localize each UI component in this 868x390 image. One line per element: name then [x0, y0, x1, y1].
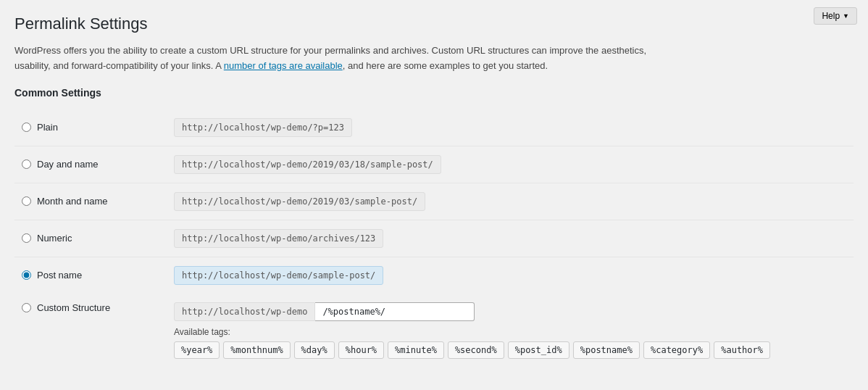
radio-month_name[interactable]: [22, 196, 31, 206]
url-display-month_name: http://localhost/wp-demo/2019/03/sample-…: [174, 192, 425, 211]
page-wrapper: Help ▼ Permalink Settings WordPress offe…: [0, 0, 868, 390]
page-description: WordPress offers you the ability to crea…: [14, 43, 667, 74]
radio-label-month_name[interactable]: Month and name: [22, 196, 159, 207]
available-tags-label: Available tags:: [174, 327, 846, 337]
option-row-plain: Plainhttp://localhost/wp-demo/?p=123: [14, 109, 854, 146]
option-row-day_name: Day and namehttp://localhost/wp-demo/201…: [14, 146, 854, 183]
tag-button[interactable]: %hour%: [338, 341, 384, 359]
tag-button[interactable]: %second%: [448, 341, 504, 359]
tag-button[interactable]: %category%: [643, 341, 710, 359]
tag-button[interactable]: %minute%: [388, 341, 444, 359]
radio-label-text-plain: Plain: [37, 122, 58, 133]
url-display-day_name: http://localhost/wp-demo/2019/03/18/samp…: [174, 155, 441, 174]
radio-label-text-numeric: Numeric: [37, 233, 72, 244]
tags-list: %year%%monthnum%%day%%hour%%minute%%seco…: [174, 341, 846, 359]
radio-label-post_name[interactable]: Post name: [22, 270, 159, 281]
radio-label-day_name[interactable]: Day and name: [22, 159, 159, 170]
help-button[interactable]: Help ▼: [814, 7, 857, 25]
section-title: Common Settings: [14, 87, 854, 99]
tag-button[interactable]: %postname%: [573, 341, 640, 359]
settings-table: Plainhttp://localhost/wp-demo/?p=123Day …: [14, 109, 854, 368]
url-display-numeric: http://localhost/wp-demo/archives/123: [174, 229, 383, 248]
tag-button[interactable]: %year%: [174, 341, 220, 359]
radio-label-numeric[interactable]: Numeric: [22, 233, 159, 244]
option-row-post_name: Post namehttp://localhost/wp-demo/sample…: [14, 257, 854, 294]
radio-plain[interactable]: [22, 123, 31, 132]
radio-day_name[interactable]: [22, 159, 31, 169]
option-row-month_name: Month and namehttp://localhost/wp-demo/2…: [14, 183, 854, 220]
radio-label-plain[interactable]: Plain: [22, 122, 159, 133]
custom-base-url: http://localhost/wp-demo: [174, 302, 315, 321]
custom-structure-input[interactable]: [315, 302, 475, 321]
radio-numeric[interactable]: [22, 233, 31, 243]
tag-button[interactable]: %day%: [294, 341, 335, 359]
tag-button[interactable]: %post_id%: [508, 341, 569, 359]
option-row-numeric: Numerichttp://localhost/wp-demo/archives…: [14, 220, 854, 257]
chevron-down-icon: ▼: [843, 12, 849, 20]
tag-button[interactable]: %monthnum%: [223, 341, 290, 359]
custom-url-wrapper: http://localhost/wp-demo: [174, 302, 846, 321]
tags-link[interactable]: number of tags are available: [224, 60, 343, 71]
help-label: Help: [822, 11, 840, 21]
url-display-post_name: http://localhost/wp-demo/sample-post/: [174, 266, 383, 285]
radio-label-text-post_name: Post name: [37, 270, 82, 281]
tag-button[interactable]: %author%: [714, 341, 770, 359]
custom-structure-row: Custom Structure http://localhost/wp-dem…: [14, 294, 854, 368]
radio-label-text-day_name: Day and name: [37, 159, 99, 170]
url-display-plain: http://localhost/wp-demo/?p=123: [174, 118, 352, 137]
page-title: Permalink Settings: [14, 14, 854, 33]
custom-structure-radio[interactable]: [22, 303, 31, 312]
radio-label-text-month_name: Month and name: [37, 196, 108, 207]
custom-structure-label-text: Custom Structure: [37, 302, 110, 313]
custom-structure-label[interactable]: Custom Structure: [22, 302, 159, 313]
radio-post_name[interactable]: [22, 270, 31, 280]
